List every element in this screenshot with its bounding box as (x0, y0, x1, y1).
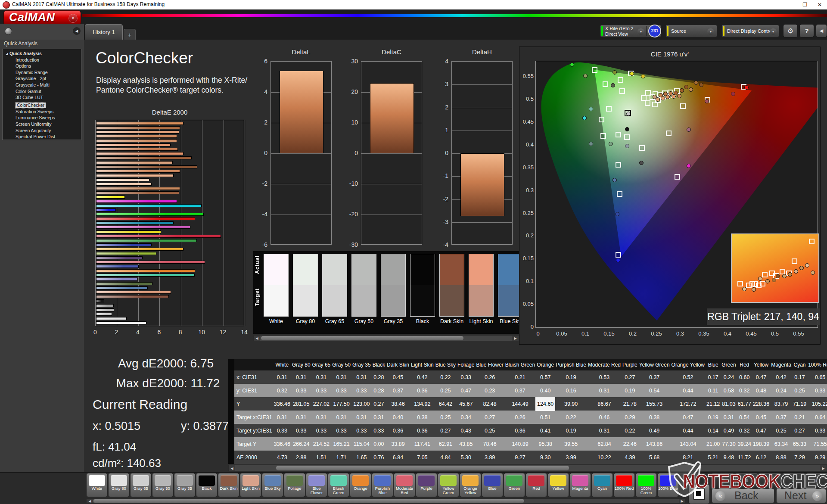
patch-button-gray-35[interactable]: Gray 35 (174, 473, 196, 497)
pattern-tool-button[interactable]: ▥ (806, 473, 827, 487)
maximize-icon[interactable]: ❐ (798, 0, 812, 9)
pattern-tool-button[interactable]: ▦ (712, 473, 734, 487)
patch-button-100-red[interactable]: 100% Red (613, 473, 635, 497)
sidebar-item-quick-analysis[interactable]: ◢Quick Analysis (3, 50, 81, 57)
sidebar-item-saturation-sweeps[interactable]: Saturation Sweeps (3, 109, 81, 115)
minimize-icon[interactable]: — (783, 0, 798, 9)
patch-button-magenta[interactable]: Magenta (569, 473, 591, 497)
patch-button-dark-skin[interactable]: Dark Skin (218, 473, 239, 497)
sidebar-header: Quick Analysis (4, 40, 37, 47)
patch-button-foliage[interactable]: Foliage (284, 473, 305, 497)
session-orb-icon[interactable] (5, 28, 12, 35)
table-cell: 117.41 (410, 437, 435, 451)
row-label: y: CIE31 (234, 384, 273, 397)
patch-button-orange[interactable]: Orange (350, 473, 371, 497)
sidebar-item-color-gamut[interactable]: Color Gamut (3, 88, 81, 95)
strip-scroll-thumb[interactable] (93, 499, 524, 503)
sidebar-item-screen-angularity[interactable]: Screen Angularity (3, 128, 81, 134)
patch-button-purple[interactable]: Purple (416, 473, 437, 497)
patch-button-green[interactable]: Green (504, 473, 525, 497)
scroll-left-icon[interactable]: ◀ (87, 499, 93, 503)
row-label: Target x:CIE31 (234, 411, 273, 424)
help-button[interactable]: ? (799, 24, 814, 37)
table-cell: 266.24 (291, 437, 311, 451)
display-control-selector[interactable]: Direct Display Control ▼ (721, 25, 779, 37)
scroll-left-icon[interactable]: ◀ (229, 465, 235, 471)
sidebar-item-screen-uniformity[interactable]: Screen Uniformity (3, 121, 81, 128)
patch-button-moderate-red[interactable]: Moderate Red (394, 473, 415, 497)
patch-button-100-green[interactable]: 100% Green (635, 473, 657, 497)
table-scrollbar[interactable]: ◀ ▶ (228, 465, 827, 471)
table-cell: 0.25 (435, 384, 457, 397)
pattern-tool-button[interactable]: ▩ (735, 473, 758, 487)
sidebar-item-options[interactable]: Options (3, 63, 81, 69)
patch-button-gray-65[interactable]: Gray 65 (130, 473, 152, 497)
gridline (452, 131, 512, 131)
table-cell: 0.49 (638, 424, 671, 437)
patch-button-yellow[interactable]: Yellow (547, 473, 569, 497)
patch-button-red[interactable]: Red (525, 473, 547, 497)
patch-chip (133, 475, 149, 486)
patch-button-bluish-green[interactable]: Bluish Green (328, 473, 349, 497)
table-cell: 33.89 (386, 437, 410, 451)
source-selector[interactable]: Source ▼ (665, 25, 717, 37)
scroll-right-icon[interactable]: ▶ (512, 336, 519, 341)
swatch-scrollbar[interactable]: ◀ ▶ (253, 335, 519, 341)
logo-dropdown-icon[interactable]: ▼ (68, 14, 78, 23)
sidebar-item-luminance-sweeps[interactable]: Luminance Sweeps (3, 115, 81, 121)
pattern-tool-button[interactable]: ▣ (759, 473, 781, 487)
sidebar-item-grayscale-multi[interactable]: Grayscale - Multi (3, 82, 81, 88)
pattern-tool-button[interactable]: ▤ (783, 473, 805, 487)
patch-button-100-blue[interactable]: 100% Blue (657, 473, 679, 497)
patch-button-gray-80[interactable]: Gray 80 (108, 473, 130, 497)
inset-measured-marker (758, 277, 762, 281)
sidebar-item-colorchecker[interactable]: ColorChecker (16, 103, 46, 108)
close-icon[interactable]: ✕ (812, 0, 827, 9)
sidebar-item-spectral-power-dist[interactable]: Spectral Power Dist. (3, 134, 81, 140)
scroll-left-icon[interactable]: ◀ (254, 336, 260, 341)
swatch-scroll-thumb[interactable] (261, 336, 463, 340)
sidebar-item-introduction[interactable]: Introduction (3, 57, 81, 63)
table-cell: 0.33 (351, 424, 372, 437)
next-button[interactable]: Next » (776, 488, 826, 503)
strip-scrollbar[interactable]: ◀ ▶ (86, 498, 686, 504)
patch-button-blue-flower[interactable]: Blue Flower (306, 473, 327, 497)
scroll-right-icon[interactable]: ▶ (679, 499, 685, 503)
patch-button-gray-50[interactable]: Gray 50 (152, 473, 174, 497)
scroll-right-icon[interactable]: ▶ (820, 465, 827, 471)
tree-expanded-icon[interactable]: ◢ (6, 51, 8, 57)
patch-button-white[interactable]: White (86, 473, 108, 497)
deltae-bar (96, 178, 149, 181)
source-dropdown-icon[interactable]: ▼ (707, 28, 714, 35)
patch-button-blue[interactable]: Blue (482, 473, 503, 497)
cdm2-readout: cd/m²: 140.63 (93, 457, 161, 470)
display-control-dropdown-icon[interactable]: ▼ (770, 28, 777, 35)
meter-count-badge[interactable]: 231 (648, 25, 661, 37)
deltaH-title: DeltaH (451, 48, 513, 56)
table-cell: 0.40 (536, 384, 555, 397)
sidebar-collapse-icon[interactable]: ◀ (73, 27, 81, 35)
patch-button-cyan[interactable]: Cyan (591, 473, 613, 497)
add-tab-button[interactable]: + (124, 29, 136, 40)
deltae-bar (96, 191, 179, 194)
cie-x-tick: 0.55 (791, 330, 806, 337)
calman-logo-button[interactable]: CalMAN ▼ (3, 10, 81, 25)
deltae-bar (96, 148, 178, 151)
patch-button-purplish-blue[interactable]: Purplish Blue (372, 473, 393, 497)
collapse-panel-button[interactable]: ◀ (816, 24, 827, 37)
meter-dropdown-icon[interactable]: ▼ (637, 28, 644, 35)
pattern-window-button[interactable] (688, 484, 710, 504)
sidebar-item-3d-cube-lut[interactable]: 3D Cube LUT (3, 94, 81, 101)
tab-history-1[interactable]: History 1 (85, 24, 123, 40)
sidebar-item-grayscale-2pt[interactable]: Grayscale - 2pt (3, 75, 81, 82)
sidebar-item-dynamic-range[interactable]: Dynamic Range (3, 69, 81, 76)
settings-button[interactable]: ⚙ (783, 24, 798, 37)
x-tick-label: 14 (240, 329, 249, 336)
patch-button-yellow-green[interactable]: Yellow Green (438, 473, 459, 497)
patch-button-light-skin[interactable]: Light Skin (240, 473, 261, 497)
table-scroll-thumb[interactable] (276, 466, 569, 470)
back-button[interactable]: « Back (712, 488, 774, 503)
patch-button-blue-sky[interactable]: Blue Sky (262, 473, 283, 497)
patch-button-black[interactable]: Black (196, 473, 218, 497)
patch-button-orange-yellow[interactable]: Orange Yellow (460, 473, 481, 497)
